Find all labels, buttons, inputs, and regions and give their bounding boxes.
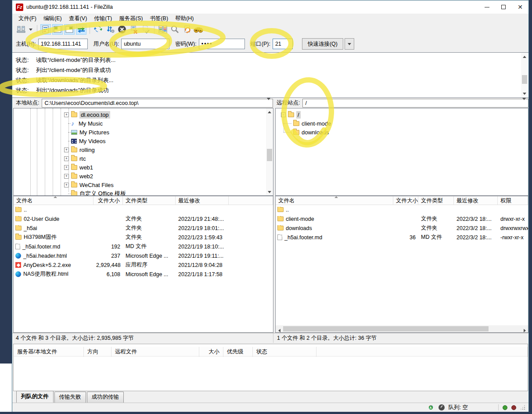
port-input[interactable] [273, 39, 293, 49]
file-row[interactable]: .. [14, 205, 273, 214]
column-permissions[interactable]: 权限 [498, 196, 528, 205]
tree-item-rolling[interactable]: +rolling [14, 145, 273, 154]
tree-item-downloads[interactable]: downloads [276, 128, 528, 137]
toggle-log-view-button[interactable] [40, 24, 51, 35]
auto-transfer-gear-icon[interactable]: ⚙A [428, 404, 435, 411]
column-filetype[interactable]: 文件类型 [418, 196, 454, 205]
column-remote-file[interactable]: 远程文件 [111, 347, 199, 357]
menu-bookmarks[interactable]: 书签(B) [146, 14, 172, 24]
tab-failed-transfers[interactable]: 传输失败 [54, 392, 86, 403]
column-priority[interactable]: 优先级 [223, 347, 253, 357]
host-input[interactable] [38, 39, 88, 49]
close-button[interactable]: ✕ [512, 0, 528, 14]
magnifier-icon [170, 25, 179, 34]
toggle-remote-tree-button[interactable] [64, 24, 75, 35]
scrollbar-thumb[interactable] [267, 149, 272, 161]
expander-plus[interactable]: + [64, 148, 69, 152]
column-direction[interactable]: 方向 [84, 347, 111, 357]
scroll-up-arrow[interactable] [521, 53, 528, 60]
column-size[interactable]: 大小 [199, 347, 223, 357]
file-row[interactable]: downloads文件夹2022/3/2 18:...drwxrwxrwx [276, 223, 528, 233]
disconnect-button[interactable] [129, 24, 139, 35]
tree-item-client-mode[interactable]: client-mode [276, 119, 528, 128]
column-modified[interactable]: 最近修改 [454, 196, 498, 205]
tree-item-my-videos[interactable]: My Videos [14, 137, 273, 145]
synchronized-browsing-button[interactable] [169, 24, 180, 35]
local-tree-scrollbar[interactable] [266, 108, 273, 195]
menu-file[interactable]: 文件(F) [15, 14, 40, 24]
speed-gauge-icon[interactable] [439, 404, 445, 410]
file-row[interactable]: _h5ai.footer.md36MD 文件2022/3/2 18:...-rw… [276, 233, 528, 242]
column-modified[interactable]: 最近修改 [176, 196, 229, 205]
column-filesize[interactable]: 文件大小 [93, 196, 123, 205]
file-row[interactable]: client-mode文件夹2022/3/2 18:...drwxr-xr-x [276, 214, 528, 223]
menu-view[interactable]: 查看(V) [65, 14, 91, 24]
log-scrollbar[interactable] [521, 53, 528, 97]
file-row[interactable]: AnyDesk+5.2.2.exe2,929,448应用程序2021/12/8 … [14, 260, 273, 270]
column-server-local-file[interactable]: 服务器/本地文件 [14, 347, 84, 357]
tree-item-web2[interactable]: +web2 [14, 172, 273, 180]
expander-plus[interactable]: + [64, 112, 69, 117]
column-status[interactable]: 状态 [253, 347, 316, 357]
quickconnect-button[interactable]: 快速连接(Q) [302, 38, 343, 50]
resize-grip[interactable] [521, 406, 525, 410]
reconnect-button[interactable] [140, 24, 151, 35]
column-filetype[interactable]: 文件类型 [123, 196, 176, 205]
scroll-up-arrow[interactable] [266, 108, 273, 115]
process-queue-button[interactable] [105, 24, 115, 35]
scroll-left-arrow[interactable] [276, 327, 283, 333]
expander-plus[interactable]: + [64, 165, 69, 170]
expander-plus[interactable]: + [64, 183, 69, 187]
file-row[interactable]: .. [276, 205, 528, 214]
cancel-operation-button[interactable] [117, 24, 127, 35]
scrollbar-thumb[interactable] [283, 326, 489, 331]
tab-queued-files[interactable]: 列队的文件 [16, 391, 54, 403]
tab-successful-transfers[interactable]: 成功的传输 [87, 392, 124, 403]
site-manager-button[interactable] [16, 24, 26, 35]
tree-item-wechat-files[interactable]: +WeChat Files [14, 180, 273, 189]
menu-edit[interactable]: 编辑(E) [40, 14, 65, 24]
remote-site-combo[interactable]: / [302, 99, 528, 108]
file-row[interactable]: _h5ai.header.html237Microsoft Edge ...20… [14, 251, 273, 260]
tree-item-my-pictures[interactable]: My Pictures [14, 128, 273, 137]
file-row[interactable]: _h5ai文件夹2022/1/19 18:01:... [14, 223, 273, 233]
password-input[interactable] [199, 39, 245, 49]
minimize-button[interactable] [478, 0, 495, 14]
expander-plus[interactable]: + [64, 174, 69, 179]
directory-compare-button[interactable] [158, 24, 168, 35]
scroll-down-arrow[interactable] [521, 90, 528, 97]
scroll-down-arrow[interactable] [266, 188, 273, 195]
file-refresh-icon [182, 25, 191, 34]
local-site-combo[interactable]: C:\Users\ecoo\Documents\dl.ecoo.top\ [42, 99, 273, 108]
scroll-right-arrow[interactable] [521, 327, 528, 333]
file-row[interactable]: NAS使用教程.html6,108Microsoft Edge ...2022/… [14, 270, 273, 279]
tree-item-dl-ecoo-top[interactable]: +dl.ecoo.top [14, 110, 273, 119]
tree-item-rtc[interactable]: +rtc [14, 154, 273, 163]
file-row[interactable]: 02-User Guide文件夹2022/1/19 21:48:... [14, 214, 273, 223]
toggle-transfer-queue-button[interactable] [76, 24, 86, 35]
remote-horizontal-scrollbar[interactable] [276, 325, 528, 332]
expander-plus[interactable]: + [64, 156, 69, 161]
file-row[interactable]: Hi3798M固件文件夹2022/1/23 1:59:43 [14, 233, 273, 242]
quickconnect-dropdown[interactable] [345, 38, 354, 50]
toggle-local-tree-button[interactable] [52, 24, 63, 35]
column-filesize[interactable]: 文件大小 [393, 196, 418, 205]
menu-transfer[interactable]: 传输(T) [90, 14, 115, 24]
column-filename[interactable]: 文件名 [276, 196, 393, 205]
find-files-button[interactable] [193, 24, 204, 35]
tree-item-web1[interactable]: +web1 [14, 163, 273, 172]
tree-item-office-templates[interactable]: 自定义 Office 模板 [14, 189, 273, 196]
tree-item-root[interactable]: -/ [276, 110, 528, 119]
file-row[interactable]: _h5ai.footer.md192MD 文件2022/1/19 18:10:.… [14, 242, 273, 251]
maximize-button[interactable] [495, 0, 512, 14]
username-input[interactable] [121, 39, 169, 49]
menu-help[interactable]: 帮助(H) [172, 14, 197, 24]
expander-minus[interactable]: - [281, 112, 286, 117]
tree-item-my-music[interactable]: ♪My Music [14, 119, 273, 128]
column-filename[interactable]: 文件名 [14, 196, 93, 205]
refresh-button[interactable] [93, 24, 104, 35]
site-manager-dropdown[interactable] [28, 24, 34, 35]
refresh-file-search-button[interactable] [181, 24, 192, 35]
scrollbar-thumb[interactable] [522, 75, 527, 84]
menu-server[interactable]: 服务器(S) [115, 14, 146, 24]
